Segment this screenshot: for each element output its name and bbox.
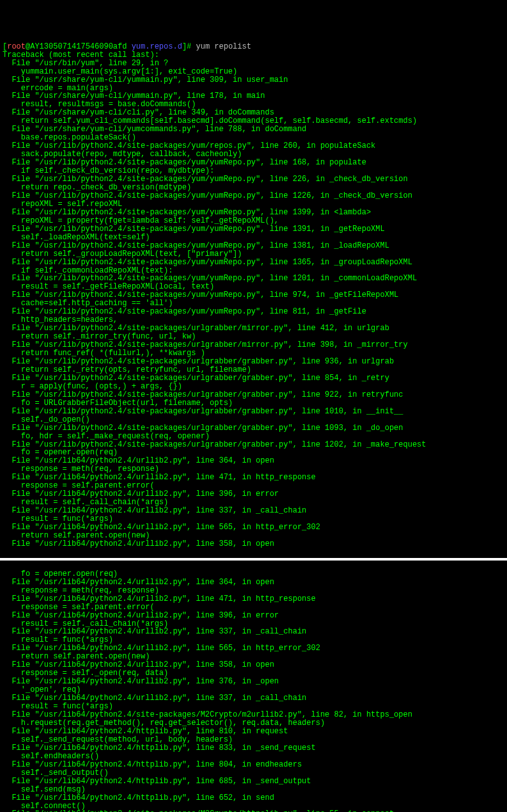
traceback-line: response = self.parent.error( bbox=[3, 603, 504, 612]
traceback-line: self._send_output() bbox=[3, 769, 504, 777]
traceback-line: r = apply(func, (opts,) + args, {}) bbox=[3, 383, 504, 391]
traceback-line: File "/usr/lib/python2.4/site-packages/y… bbox=[3, 192, 504, 200]
traceback-line: File "/usr/lib64/python2.4/httplib.py", … bbox=[3, 777, 504, 786]
terminal-pane-2: fo = opener.open(req) File "/usr/lib64/p… bbox=[0, 569, 507, 812]
traceback-line: return self.parent.open(new) bbox=[3, 532, 504, 540]
traceback-line: return repo._check_db_version(mdtype) bbox=[3, 184, 504, 192]
traceback-line: self._loadRepoXML(text=self) bbox=[3, 234, 504, 242]
prompt-user: root bbox=[7, 42, 26, 51]
traceback-line: return self._groupLoadRepoXML(text, ["pr… bbox=[3, 250, 504, 259]
traceback-line: repoXML = property(fget=lambda self: sel… bbox=[3, 217, 504, 225]
traceback-line: File "/usr/lib/python2.4/site-packages/y… bbox=[3, 242, 504, 250]
traceback-line: File "/usr/lib/python2.4/site-packages/u… bbox=[3, 358, 504, 366]
traceback-line: File "/usr/lib/python2.4/site-packages/y… bbox=[3, 225, 504, 234]
traceback-line: File "/usr/lib64/python2.4/httplib.py", … bbox=[3, 728, 504, 736]
traceback-line: File "/usr/lib64/python2.4/httplib.py", … bbox=[3, 761, 504, 769]
traceback-line: File "/usr/lib/python2.4/site-packages/u… bbox=[3, 408, 504, 416]
traceback-line: File "/usr/lib64/python2.4/urllib2.py", … bbox=[3, 595, 504, 603]
traceback-line: self.endheaders() bbox=[3, 752, 504, 761]
traceback-line: File "/usr/lib64/python2.4/urllib2.py", … bbox=[3, 540, 504, 548]
traceback-line: h.request(req.get_method(), req.get_sele… bbox=[3, 719, 504, 728]
traceback-line: File "/usr/lib/python2.4/site-packages/u… bbox=[3, 374, 504, 383]
traceback-line: File "/usr/lib/python2.4/site-packages/y… bbox=[3, 259, 504, 267]
traceback-line: repoXML = self.repoXML bbox=[3, 200, 504, 209]
traceback-line: File "/usr/bin/yum", line 29, in ? bbox=[3, 60, 504, 68]
traceback-line: Traceback (most recent call last): bbox=[3, 51, 504, 60]
traceback-line: fo = opener.open(req) bbox=[3, 570, 504, 578]
traceback-line: fo = URLGrabberFileObject(url, filename,… bbox=[3, 399, 504, 408]
traceback-line: File "/usr/share/yum-cli/yummain.py", li… bbox=[3, 76, 504, 84]
traceback-line: File "/usr/lib/python2.4/site-packages/u… bbox=[3, 391, 504, 399]
traceback-line: self._send_request(method, url, body, he… bbox=[3, 736, 504, 744]
prompt-dir: yum.repos.d bbox=[132, 42, 182, 51]
traceback-line: self.send(msg) bbox=[3, 786, 504, 794]
traceback-line: File "/usr/lib/python2.4/site-packages/u… bbox=[3, 424, 504, 433]
prompt-space bbox=[127, 42, 131, 51]
terminal-pane-1: [root@AY1305071417546090afd yum.repos.d]… bbox=[0, 33, 507, 550]
pane-separator bbox=[0, 558, 507, 561]
command-text[interactable]: yum repolist bbox=[196, 42, 251, 51]
traceback-line: return self._retry(opts, retryfunc, url,… bbox=[3, 366, 504, 374]
prompt-close: ]# bbox=[182, 42, 196, 51]
traceback-line: File "/usr/lib64/python2.4/urllib2.py", … bbox=[3, 612, 504, 620]
traceback-line: fo, hdr = self._make_request(req, opener… bbox=[3, 433, 504, 441]
traceback-line: File "/usr/lib/python2.4/site-packages/y… bbox=[3, 209, 504, 217]
prompt-host: AY1305071417546090afd bbox=[30, 42, 127, 51]
traceback-line: self._do_open() bbox=[3, 416, 504, 424]
traceback-line: yummain.user_main(sys.argv[1:], exit_cod… bbox=[3, 68, 504, 76]
traceback-line: response = meth(req, response) bbox=[3, 587, 504, 595]
traceback-line: File "/usr/lib64/python2.4/httplib.py", … bbox=[3, 794, 504, 802]
traceback-line: File "/usr/lib64/python2.4/httplib.py", … bbox=[3, 744, 504, 752]
traceback-line: File "/usr/lib64/python2.4/urllib2.py", … bbox=[3, 578, 504, 587]
